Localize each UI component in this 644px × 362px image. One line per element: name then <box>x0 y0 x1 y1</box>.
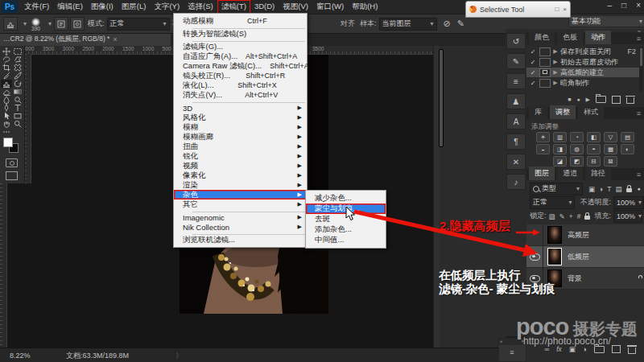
filter-menu-item[interactable]: Camera Raw 滤镜(C)... Shift+Ctrl+A ▶ <box>174 61 307 71</box>
screen-mode-button[interactable] <box>6 171 18 180</box>
blur-tool[interactable] <box>1 96 12 104</box>
collapsed-panel-icon[interactable]: A <box>506 113 526 130</box>
panel-tab[interactable]: 色板 <box>557 31 583 44</box>
move-tool[interactable] <box>1 47 12 56</box>
filter-menu-item[interactable]: ▶ <box>174 100 307 103</box>
adjustment-icon[interactable]: ▥ <box>553 132 567 142</box>
new-set-button[interactable] <box>596 96 606 103</box>
float-restore-button[interactable]: □ <box>555 6 559 13</box>
filter-menu-item[interactable]: 3D ▶ <box>174 103 307 113</box>
selective-tool-window[interactable]: Selective Tool □ × <box>465 1 571 18</box>
menubar-item[interactable]: 编辑(E) <box>53 0 87 14</box>
layer-row[interactable]: 低频层 <box>526 246 644 268</box>
type-tool[interactable] <box>12 104 23 112</box>
align-label[interactable]: 对齐 <box>341 19 355 29</box>
panel-menu-icon[interactable]: ≡ <box>637 35 641 43</box>
toggle-clone-panel-icon[interactable] <box>70 17 85 31</box>
filter-menu-item[interactable]: 动感模糊 Ctrl+F ▶ <box>174 16 307 26</box>
collapsed-panel-icon[interactable]: ≡ <box>506 73 526 89</box>
action-expand-icon[interactable]: ▶ <box>551 69 560 76</box>
action-expand-icon[interactable]: ▶ <box>551 59 560 65</box>
adjustment-icon[interactable]: ⊟ <box>587 156 601 167</box>
action-dialog-toggle[interactable] <box>539 79 551 88</box>
adjustment-icon[interactable]: ◐ <box>621 144 634 154</box>
layer-thumbnail[interactable] <box>547 248 562 265</box>
brush-tool[interactable] <box>12 72 23 80</box>
layer-filter-icon[interactable]: T <box>607 185 611 193</box>
layer-filter-icon[interactable]: ▣ <box>588 185 595 193</box>
lock-all-icon[interactable] <box>584 216 590 220</box>
panel-tab[interactable]: 动作 <box>585 31 611 44</box>
path-selection-tool[interactable] <box>1 112 12 120</box>
mode-select[interactable]: 正常▾ <box>107 18 170 31</box>
filter-menu-item[interactable]: 液化(L)... Shift+Ctrl+X ▶ <box>174 80 307 90</box>
adjustment-icon[interactable]: ▽ <box>604 132 617 142</box>
panel-tab[interactable]: 颜色 <box>529 31 555 44</box>
adjustment-icon[interactable]: ◓ <box>587 144 601 154</box>
panel-tab[interactable]: 路径 <box>585 167 611 180</box>
menubar-item[interactable]: 3D(D) <box>250 0 279 14</box>
clone-stamp-tool[interactable] <box>1 80 12 88</box>
collapsed-panel-icon[interactable]: ¶ <box>506 134 526 150</box>
filter-menu-item[interactable]: 模糊画廊 ▶ <box>174 132 307 142</box>
collapsed-panel-icon[interactable]: ✕ <box>506 154 526 170</box>
dodge-tool[interactable] <box>12 96 23 104</box>
pressure-size-icon[interactable]: ✎ <box>457 19 464 29</box>
float-close-button[interactable]: × <box>563 6 567 13</box>
collapsed-panel-icon[interactable]: ♪ <box>506 174 526 190</box>
gradient-tool[interactable] <box>12 88 23 96</box>
filter-menu-item[interactable]: 镜头校正(R)... Shift+Ctrl+R ▶ <box>174 71 307 80</box>
more-tools-icon[interactable] <box>1 128 12 136</box>
actions-scrollbar[interactable] <box>639 47 643 92</box>
layer-filter-select[interactable]: 类型 ▾ <box>530 183 583 195</box>
status-expand-icon[interactable]: 〉 <box>175 351 183 361</box>
panel-tab[interactable]: 库 <box>529 105 547 119</box>
action-dialog-toggle[interactable] <box>539 47 551 56</box>
crop-tool[interactable] <box>1 64 12 72</box>
action-expand-icon[interactable]: ▶ <box>551 48 560 55</box>
menubar-item[interactable]: 文字(Y) <box>150 0 184 14</box>
delete-action-button[interactable] <box>626 97 634 104</box>
panel-tab[interactable]: 图层 <box>529 167 555 180</box>
action-check-icon[interactable]: ✓ <box>529 48 537 56</box>
submenu-item[interactable]: 中间值... <box>306 235 386 245</box>
sample-select[interactable]: 当前图层▾ <box>379 18 437 31</box>
adjustment-icon[interactable]: ◨ <box>553 144 567 154</box>
filter-menu-item[interactable]: 扭曲 ▶ <box>174 142 307 151</box>
shape-tool[interactable] <box>12 112 23 120</box>
pen-tool[interactable] <box>1 104 12 112</box>
action-row[interactable]: ✓ ▶ 暗角制作 <box>526 78 639 88</box>
panel-menu-icon[interactable]: ≡ <box>637 109 641 117</box>
filter-menu-item[interactable]: 自适应广角(A)... Alt+Shift+Ctrl+A ▶ <box>174 51 307 61</box>
zoom-tool[interactable] <box>12 120 23 128</box>
layer-filter-icon[interactable]: ◑ <box>599 185 603 193</box>
action-check-icon[interactable]: ✓ <box>529 69 537 76</box>
quick-mask-button[interactable] <box>6 158 18 167</box>
zoom-level[interactable]: 8.22% <box>10 352 56 360</box>
workspace-select[interactable]: 基本功能▾ <box>568 15 641 27</box>
submenu-item[interactable]: 减少杂色... <box>306 193 386 204</box>
filter-menu-item[interactable]: 滤镜库(G)... ▶ <box>174 42 307 51</box>
photoshop-logo[interactable]: Ps <box>2 1 18 13</box>
adjustment-icon[interactable]: ◧ <box>587 132 601 142</box>
document-tab[interactable]: …CR2 @ 8.22% (低频层, RGB/8) * × <box>0 32 171 46</box>
menubar-item[interactable]: 窗口(W) <box>312 0 348 14</box>
layer-row[interactable]: 高频层 <box>526 224 644 246</box>
play-button[interactable]: ▶ <box>586 97 590 103</box>
adjustment-icon[interactable]: ⊠ <box>604 156 617 167</box>
menubar-item[interactable]: 滤镜(T) <box>217 0 250 14</box>
canvas-vertical-scrollbar[interactable] <box>433 46 440 348</box>
new-action-button[interactable] <box>612 96 621 104</box>
filter-menu-item[interactable]: 转换为智能滤镜(S) ▶ <box>174 29 307 39</box>
layer-thumbnail[interactable] <box>547 226 562 244</box>
collapsed-panel-icon[interactable]: ✎ <box>506 53 526 69</box>
brush-chevron-icon[interactable]: ▾ <box>45 20 52 27</box>
action-check-icon[interactable]: ✓ <box>529 80 537 87</box>
minimize-button[interactable]: – <box>608 1 613 10</box>
fill-value[interactable]: 100%▾ <box>613 210 642 223</box>
lock-option-icon[interactable]: ✎ <box>559 212 565 220</box>
marquee-tool[interactable] <box>12 47 23 56</box>
close-tab-icon[interactable]: × <box>113 35 117 43</box>
adjustment-icon[interactable]: ◔ <box>570 132 584 142</box>
opacity-value[interactable]: 100%▾ <box>613 196 644 209</box>
